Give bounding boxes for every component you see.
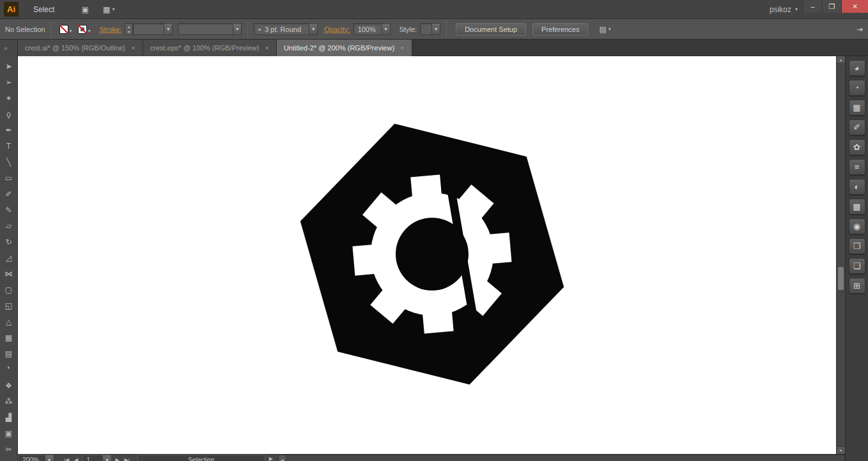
pen-tool[interactable]: ✒ xyxy=(0,122,17,138)
status-flyout-icon[interactable]: ▶ xyxy=(269,456,273,461)
close-button[interactable]: ✕ xyxy=(841,0,868,13)
tab-close-icon[interactable]: × xyxy=(265,44,268,52)
preferences-button[interactable]: Preferences xyxy=(532,23,588,36)
first-artboard-button[interactable]: |◀ xyxy=(61,455,72,461)
gear-center-circle xyxy=(396,218,469,291)
rotate-tool[interactable]: ↻ xyxy=(0,234,17,250)
tool-icon: ▦ xyxy=(5,333,12,342)
mesh-tool[interactable]: ▦ xyxy=(0,329,17,345)
artboard-tool[interactable]: ▣ xyxy=(0,425,17,441)
restore-button[interactable]: ❐ xyxy=(822,0,841,13)
symbol-sprayer-tool[interactable]: ⁂ xyxy=(0,393,17,409)
width-tool[interactable]: ⋈ xyxy=(0,266,17,282)
stroke-panel-link[interactable]: Stroke: xyxy=(99,26,121,33)
previous-artboard-button[interactable]: ◀ xyxy=(72,455,81,461)
rectangle-tool[interactable]: ▭ xyxy=(0,170,17,186)
layers-panel-icon[interactable]: ❏ xyxy=(849,258,865,274)
stepper-down-icon[interactable]: ▾ xyxy=(125,29,132,35)
fill-swatch[interactable]: ▾ xyxy=(59,25,72,34)
slice-tool[interactable]: ✂ xyxy=(0,441,17,457)
stroke-panel-icon[interactable]: ≡ xyxy=(849,159,865,175)
vertical-scroll-thumb[interactable] xyxy=(838,267,844,290)
variable-width-profile-select[interactable]: • 3 pt. Round ▾ xyxy=(254,23,318,35)
panel-toggle-icon[interactable]: ⇥ xyxy=(856,25,863,34)
appearance-panel-icon[interactable]: ◉ xyxy=(849,218,865,234)
free-transform-tool[interactable]: ▢ xyxy=(0,282,17,298)
tool-icon: ➤ xyxy=(5,62,12,71)
tab-close-icon[interactable]: × xyxy=(400,44,404,52)
graphic-styles-icon[interactable]: ❒ xyxy=(849,238,865,254)
blend-tool[interactable]: ❖ xyxy=(0,377,17,393)
scroll-up-icon[interactable]: ▲ xyxy=(837,56,845,64)
document-tab[interactable]: Untitled-2* @ 200% (RGB/Preview) × xyxy=(277,40,412,56)
arrange-documents-icon[interactable]: ▦ ▾ xyxy=(103,5,114,14)
chevron-down-icon: ▾ xyxy=(795,6,798,12)
selection-tool[interactable]: ➤ xyxy=(0,58,17,74)
column-graph-tool[interactable]: ▟ xyxy=(0,409,17,425)
stepper-up-icon[interactable]: ▴ xyxy=(125,24,132,29)
menu-item[interactable]: Select xyxy=(26,0,68,19)
stroke-swatch[interactable]: ▾ xyxy=(78,25,90,34)
brush-definition-select[interactable]: ▾ xyxy=(178,23,242,35)
eyedropper-tool[interactable]: ❜ xyxy=(0,361,17,377)
eraser-tool[interactable]: ▱ xyxy=(0,218,17,234)
document-tab[interactable]: crest.eps* @ 100% (RGB/Preview) × xyxy=(143,40,277,56)
shape-builder-tool[interactable]: ◱ xyxy=(0,298,17,314)
separator xyxy=(446,21,447,38)
tools-panel: ➤ ➢ ✶ ϙ ✒ T ╲ ▭ ✐ ✎ ▱ ↻ ◿ ⋈ ▢ ◱ xyxy=(0,56,18,461)
document-setup-button[interactable]: Document Setup xyxy=(456,23,526,36)
opacity-panel-link[interactable]: Opacity: xyxy=(324,26,350,33)
direct-selection-tool[interactable]: ➢ xyxy=(0,74,17,90)
symbols-icon[interactable]: ✿ xyxy=(849,139,865,155)
panel-icon: ✿ xyxy=(853,142,860,152)
artboards-panel-icon[interactable]: ⊞ xyxy=(849,278,865,294)
app-logo-icon[interactable]: Ai xyxy=(4,2,19,17)
document-tab[interactable]: crest.ai* @ 150% (RGB/Outline) × xyxy=(18,40,143,56)
zoom-select[interactable]: 200% ▾ xyxy=(18,455,54,461)
type-tool[interactable]: T xyxy=(0,138,17,154)
scale-tool[interactable]: ◿ xyxy=(0,250,17,266)
artboard-canvas[interactable] xyxy=(18,56,836,454)
pencil-tool[interactable]: ✎ xyxy=(0,202,17,218)
artboard-select[interactable]: 1 ▾ xyxy=(82,455,111,461)
tools-overflow-icon[interactable]: » xyxy=(0,40,18,56)
vertical-scrollbar[interactable]: ▲ ▼ xyxy=(836,56,845,454)
panel-icon: ⊞ xyxy=(853,281,860,291)
stroke-weight-stepper[interactable]: ▴ ▾ xyxy=(125,23,133,35)
color-guide-icon[interactable]: ◔ xyxy=(849,80,865,96)
perspective-grid-tool[interactable]: △ xyxy=(0,314,17,329)
horizontal-scrollbar[interactable]: ◀ xyxy=(278,455,845,461)
stroke-weight-select[interactable]: ▾ xyxy=(133,23,173,35)
last-artboard-button[interactable]: ▶| xyxy=(122,455,132,461)
brushes-icon[interactable]: ✐ xyxy=(849,119,865,135)
tool-icon: ╲ xyxy=(6,158,11,167)
magic-wand-tool[interactable]: ✶ xyxy=(0,90,17,106)
paintbrush-tool[interactable]: ✐ xyxy=(0,186,17,202)
gradient-tool[interactable]: ▤ xyxy=(0,345,17,361)
tab-close-icon[interactable]: × xyxy=(131,44,135,52)
tool-icon: ✂ xyxy=(5,445,12,454)
tab-label: crest.eps* @ 100% (RGB/Preview) xyxy=(150,44,260,52)
logo-artwork[interactable] xyxy=(18,56,836,454)
style-select[interactable]: ▾ xyxy=(420,23,440,35)
panel-dock: ◕ ◔ ▦ ✐ ✿ ≡ ◐ ▩ ◉ ❒ ❏ ⊞ xyxy=(845,56,868,461)
tool-icon: ↻ xyxy=(5,238,12,246)
gradient-panel-icon[interactable]: ◐ xyxy=(849,179,865,195)
swatches-icon[interactable]: ▦ xyxy=(849,100,865,116)
line-segment-tool[interactable]: ╲ xyxy=(0,154,17,170)
next-artboard-button[interactable]: ▶ xyxy=(112,455,121,461)
color-panel-icon[interactable]: ◕ xyxy=(849,60,865,76)
bridge-icon[interactable]: ▣ xyxy=(82,5,89,14)
lasso-tool[interactable]: ϙ xyxy=(0,106,17,122)
scroll-down-icon[interactable]: ▼ xyxy=(837,446,845,454)
transparency-panel-icon[interactable]: ▩ xyxy=(849,199,865,215)
chevron-down-icon: ▾ xyxy=(45,455,53,461)
opacity-select[interactable]: 100% ▾ xyxy=(353,23,391,35)
chevron-down-icon: ▾ xyxy=(608,26,611,32)
select-similar-options[interactable]: ▤ ▾ xyxy=(599,25,610,34)
scroll-left-icon[interactable]: ◀ xyxy=(279,455,286,461)
chevron-down-icon: ▾ xyxy=(112,6,114,12)
panel-icon: ◔ xyxy=(855,83,860,93)
account-menu[interactable]: psikoz ▾ xyxy=(770,5,798,14)
minimize-button[interactable]: – xyxy=(803,0,822,13)
